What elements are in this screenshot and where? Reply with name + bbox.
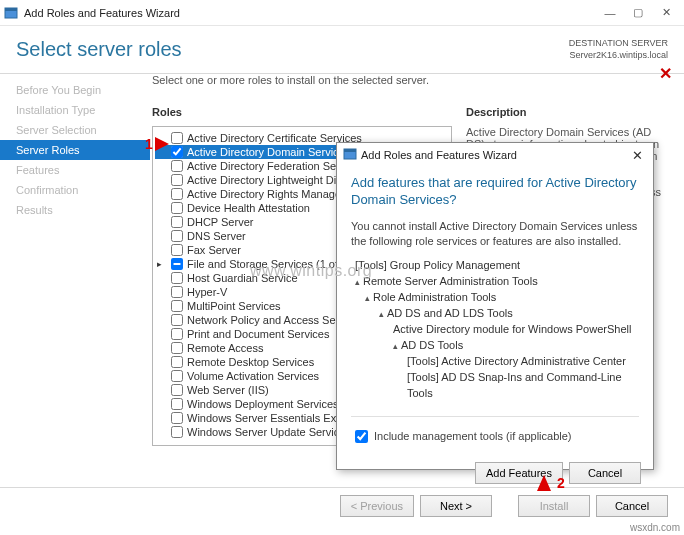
dialog-body: Add features that are required for Activ…: [337, 167, 653, 454]
cancel-button[interactable]: Cancel: [596, 495, 668, 517]
role-checkbox[interactable]: [171, 160, 183, 172]
role-label: DHCP Server: [187, 216, 253, 228]
nav-item-installation-type[interactable]: Installation Type: [0, 100, 150, 120]
svg-rect-3: [344, 149, 356, 152]
annotation-2-number: 2: [557, 475, 565, 491]
tree-node: Remote Server Administration Tools: [355, 274, 639, 290]
wizard-nav: Before You BeginInstallation TypeServer …: [0, 74, 150, 487]
role-checkbox[interactable]: [171, 174, 183, 186]
role-checkbox[interactable]: [171, 356, 183, 368]
nav-item-confirmation[interactable]: Confirmation: [0, 180, 150, 200]
annotation-2: 2: [537, 475, 565, 491]
role-checkbox[interactable]: [171, 300, 183, 312]
tree-node: Role Administration Tools: [365, 290, 639, 306]
include-tools-option[interactable]: Include management tools (if applicable): [351, 416, 639, 446]
role-label: Fax Server: [187, 244, 241, 256]
role-label: DNS Server: [187, 230, 246, 242]
window-buttons: — ▢ ✕: [596, 2, 680, 24]
dialog-text: You cannot install Active Directory Doma…: [351, 219, 639, 249]
destination-value: Server2K16.wintips.local: [569, 50, 668, 62]
add-features-dialog: Add Roles and Features Wizard ✕ Add feat…: [336, 142, 654, 470]
role-label: Hyper-V: [187, 286, 227, 298]
expand-icon[interactable]: ▸: [157, 259, 162, 269]
role-label: Volume Activation Services: [187, 370, 319, 382]
close-button[interactable]: ✕: [652, 2, 680, 24]
window-title: Add Roles and Features Wizard: [24, 7, 596, 19]
nav-item-results[interactable]: Results: [0, 200, 150, 220]
roles-heading: Roles: [152, 106, 452, 118]
destination-server: DESTINATION SERVER Server2K16.wintips.lo…: [569, 38, 668, 61]
app-icon: [343, 147, 357, 163]
tree-node: AD DS Tools: [393, 338, 639, 354]
role-checkbox[interactable]: [171, 132, 183, 144]
role-checkbox[interactable]: [171, 146, 183, 158]
wizard-footer: < Previous Next > Install Cancel: [0, 487, 684, 523]
role-checkbox[interactable]: [171, 370, 183, 382]
role-checkbox[interactable]: [171, 426, 183, 438]
role-checkbox[interactable]: [171, 202, 183, 214]
role-label: Windows Server Update Services: [187, 426, 351, 438]
minimize-button[interactable]: —: [596, 2, 624, 24]
dialog-title: Add Roles and Features Wizard: [361, 149, 627, 161]
annotation-1: 1: [145, 136, 169, 152]
window-titlebar: Add Roles and Features Wizard — ▢ ✕: [0, 0, 684, 26]
tree-node: Active Directory module for Windows Powe…: [393, 322, 639, 338]
nav-item-features[interactable]: Features: [0, 160, 150, 180]
role-checkbox[interactable]: [171, 230, 183, 242]
tree-node: [Tools] AD DS Snap-Ins and Command-Line …: [407, 370, 639, 402]
arrow-up-icon: [537, 475, 551, 491]
description-heading: Description: [466, 106, 672, 118]
arrow-right-icon: [155, 137, 169, 151]
role-checkbox[interactable]: [171, 412, 183, 424]
role-label: Remote Desktop Services: [187, 356, 314, 368]
app-icon: [4, 6, 18, 20]
role-label: Windows Deployment Services: [187, 398, 339, 410]
install-button[interactable]: Install: [518, 495, 590, 517]
role-checkbox[interactable]: [171, 314, 183, 326]
dialog-titlebar: Add Roles and Features Wizard ✕: [337, 143, 653, 167]
role-checkbox[interactable]: [171, 244, 183, 256]
annotation-1-number: 1: [145, 136, 153, 152]
dialog-cancel-button[interactable]: Cancel: [569, 462, 641, 484]
role-label: Print and Document Services: [187, 328, 329, 340]
role-label: Device Health Attestation: [187, 202, 310, 214]
feature-tree: [Tools] Group Policy ManagementRemote Se…: [351, 258, 639, 401]
role-checkbox[interactable]: [171, 342, 183, 354]
role-label: Remote Access: [187, 342, 263, 354]
role-checkbox[interactable]: [171, 272, 183, 284]
dialog-close-button[interactable]: ✕: [627, 148, 647, 163]
destination-label: DESTINATION SERVER: [569, 38, 668, 50]
nav-item-before-you-begin[interactable]: Before You Begin: [0, 80, 150, 100]
role-checkbox[interactable]: [171, 328, 183, 340]
maximize-button[interactable]: ▢: [624, 2, 652, 24]
role-checkbox[interactable]: [171, 188, 183, 200]
previous-button[interactable]: < Previous: [340, 495, 414, 517]
dialog-heading: Add features that are required for Activ…: [351, 175, 639, 209]
dialog-footer: Add Features Cancel: [337, 454, 653, 492]
instruction-text: Select one or more roles to install on t…: [152, 74, 672, 86]
role-label: Active Directory Domain Services: [187, 146, 350, 158]
role-checkbox[interactable]: [171, 258, 183, 270]
nav-item-server-roles[interactable]: Server Roles: [0, 140, 150, 160]
role-checkbox[interactable]: [171, 398, 183, 410]
include-tools-label: Include management tools (if applicable): [374, 430, 572, 442]
include-tools-checkbox[interactable]: [355, 430, 368, 443]
role-checkbox[interactable]: [171, 286, 183, 298]
role-checkbox[interactable]: [171, 216, 183, 228]
nav-item-server-selection[interactable]: Server Selection: [0, 120, 150, 140]
role-label: Host Guardian Service: [187, 272, 298, 284]
next-button[interactable]: Next >: [420, 495, 492, 517]
role-checkbox[interactable]: [171, 384, 183, 396]
role-label: Web Server (IIS): [187, 384, 269, 396]
tree-node: [Tools] Active Directory Administrative …: [407, 354, 639, 370]
role-label: MultiPoint Services: [187, 300, 281, 312]
tree-node: AD DS and AD LDS Tools: [379, 306, 639, 322]
svg-rect-1: [5, 8, 17, 11]
page-title: Select server roles: [16, 38, 569, 61]
wizard-header: Select server roles DESTINATION SERVER S…: [0, 26, 684, 74]
brand-text: wsxdn.com: [630, 522, 680, 533]
tree-node: [Tools] Group Policy Management: [355, 258, 639, 274]
